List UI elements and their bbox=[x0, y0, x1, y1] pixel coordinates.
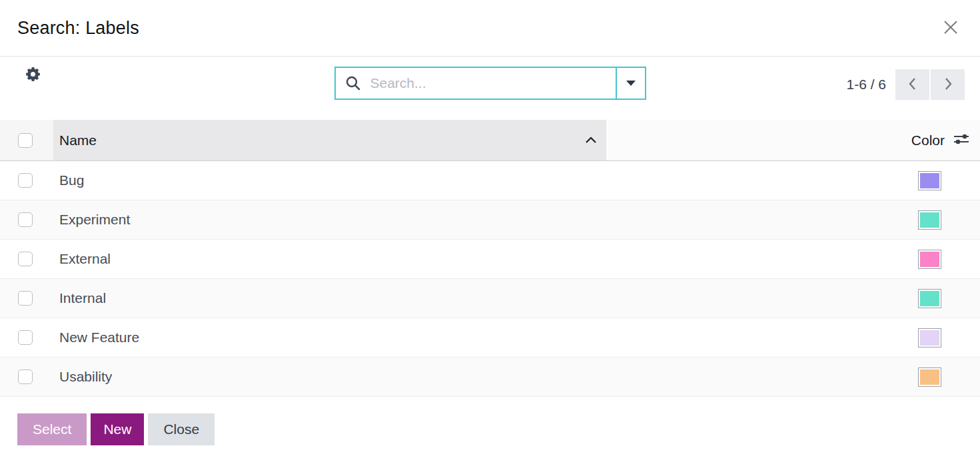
dialog-controls-row: 1-6 / 6 bbox=[0, 57, 980, 120]
table-row[interactable]: New Feature bbox=[0, 318, 980, 357]
select-button[interactable]: Select bbox=[17, 413, 87, 445]
row-name: External bbox=[53, 251, 918, 267]
pager-range: 1-6 / 6 bbox=[846, 77, 886, 93]
sort-ascending-icon bbox=[585, 134, 597, 146]
color-swatch bbox=[918, 289, 941, 308]
table-row[interactable]: Internal bbox=[0, 279, 980, 318]
search-input[interactable] bbox=[370, 68, 616, 99]
row-checkbox-cell bbox=[0, 291, 53, 306]
row-name: New Feature bbox=[53, 330, 918, 346]
color-swatch bbox=[918, 250, 941, 269]
dialog-close-button[interactable] bbox=[937, 15, 964, 41]
search-filters-dropdown-button[interactable] bbox=[616, 68, 645, 99]
search-icon bbox=[336, 68, 370, 99]
pager-previous-button[interactable] bbox=[895, 69, 929, 100]
color-swatch-fill bbox=[920, 330, 939, 346]
row-name: Usability bbox=[53, 369, 918, 385]
dialog-titlebar: Search: Labels bbox=[0, 0, 980, 57]
row-color-cell bbox=[918, 171, 980, 190]
color-swatch bbox=[918, 328, 941, 347]
color-swatch bbox=[918, 210, 941, 230]
color-swatch-fill bbox=[920, 212, 939, 228]
table-body: Bug Experiment External bbox=[0, 161, 980, 397]
color-column-label: Color bbox=[911, 132, 945, 148]
row-name: Experiment bbox=[53, 212, 918, 228]
name-column-label: Name bbox=[59, 132, 97, 148]
gear-icon bbox=[25, 66, 41, 85]
row-checkbox-cell bbox=[0, 212, 53, 227]
row-color-cell bbox=[918, 210, 980, 230]
table-header-name[interactable]: Name bbox=[53, 120, 606, 160]
row-checkbox-cell bbox=[0, 252, 53, 266]
new-button[interactable]: New bbox=[91, 413, 144, 445]
pager-next-button[interactable] bbox=[931, 69, 965, 100]
row-checkbox[interactable] bbox=[18, 291, 33, 306]
row-checkbox-cell bbox=[0, 173, 53, 188]
row-checkbox[interactable] bbox=[18, 330, 33, 345]
table-row[interactable]: External bbox=[0, 240, 980, 279]
row-checkbox-cell bbox=[0, 369, 53, 384]
dialog-title: Search: Labels bbox=[17, 18, 139, 39]
color-swatch bbox=[918, 171, 941, 190]
row-name: Internal bbox=[53, 290, 918, 306]
row-checkbox[interactable] bbox=[18, 369, 33, 384]
row-checkbox[interactable] bbox=[18, 252, 33, 266]
chevron-left-icon bbox=[906, 76, 919, 94]
search-labels-dialog: Search: Labels bbox=[0, 0, 980, 462]
row-color-cell bbox=[918, 289, 980, 308]
chevron-down-icon bbox=[626, 81, 636, 86]
table-row[interactable]: Bug bbox=[0, 161, 980, 200]
color-swatch-fill bbox=[920, 252, 939, 267]
table-header-color: Color bbox=[606, 120, 980, 160]
row-checkbox-cell bbox=[0, 330, 53, 345]
table-row[interactable]: Usability bbox=[0, 357, 980, 397]
close-button[interactable]: Close bbox=[148, 413, 215, 445]
table-header-checkbox-cell bbox=[0, 120, 53, 160]
sliders-icon bbox=[953, 132, 970, 148]
color-swatch-fill bbox=[920, 291, 939, 306]
color-swatch bbox=[918, 367, 941, 387]
pager: 1-6 / 6 bbox=[846, 69, 965, 100]
row-color-cell bbox=[918, 328, 980, 347]
row-color-cell bbox=[918, 367, 980, 387]
row-checkbox[interactable] bbox=[18, 173, 33, 188]
row-color-cell bbox=[918, 250, 980, 269]
row-name: Bug bbox=[53, 172, 918, 188]
actions-gear-button[interactable] bbox=[24, 67, 41, 84]
optional-columns-button[interactable] bbox=[953, 132, 970, 148]
chevron-right-icon bbox=[941, 76, 955, 94]
table-header: Name Color bbox=[0, 120, 980, 161]
table-row[interactable]: Experiment bbox=[0, 200, 980, 240]
dialog-footer: Select New Close bbox=[0, 397, 980, 462]
color-swatch-fill bbox=[920, 369, 939, 385]
row-checkbox[interactable] bbox=[18, 212, 33, 227]
color-swatch-fill bbox=[920, 173, 939, 188]
select-all-checkbox[interactable] bbox=[18, 133, 33, 148]
search-bar bbox=[334, 67, 646, 100]
close-icon bbox=[941, 18, 960, 39]
